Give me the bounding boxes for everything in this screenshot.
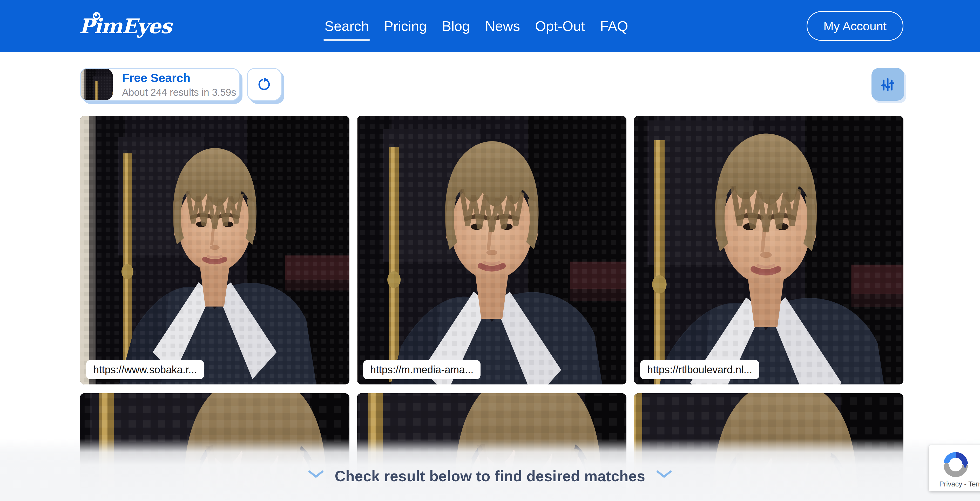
nav-blog[interactable]: Blog — [442, 18, 470, 34]
recaptcha-badge[interactable]: Privacy - Terms — [929, 445, 980, 491]
pixelated-face-photo — [634, 116, 904, 385]
pixelated-face-photo — [357, 116, 627, 385]
search-summary-title: Free Search — [122, 71, 236, 85]
nav-search[interactable]: Search — [325, 18, 369, 34]
logo-eye-icon — [93, 12, 100, 20]
header: PimEyes Search Pricing Blog News Opt-Out… — [0, 0, 980, 52]
result-tile[interactable]: https://m.media-ama... — [357, 116, 627, 385]
search-summary-card[interactable]: Free Search About 244 results in 3.59s — [80, 68, 240, 101]
recaptcha-icon — [941, 449, 970, 479]
result-tile[interactable]: https://www.sobaka.r... — [80, 116, 349, 385]
refresh-icon — [256, 76, 272, 92]
logo[interactable]: PimEyes — [79, 14, 171, 38]
sliders-icon — [880, 76, 896, 93]
result-photo — [634, 116, 904, 385]
nav-faq[interactable]: FAQ — [600, 18, 628, 34]
recaptcha-privacy-terms[interactable]: Privacy - Terms — [939, 480, 980, 488]
scroll-hint-overlay: Check result below to find desired match… — [0, 439, 980, 501]
result-url-chip[interactable]: https://m.media-ama... — [363, 360, 480, 379]
chevron-down-icon[interactable] — [656, 470, 672, 479]
chevron-down-icon[interactable] — [308, 470, 324, 479]
filters-button[interactable] — [872, 68, 904, 101]
search-summary-text: Free Search About 244 results in 3.59s — [113, 71, 236, 98]
search-summary-subtitle: About 244 results in 3.59s — [122, 87, 236, 98]
result-tile[interactable]: https://rtlboulevard.nl... — [634, 116, 904, 385]
scroll-hint-row: Check result below to find desired match… — [0, 466, 980, 483]
my-account-button[interactable]: My Account — [807, 11, 904, 41]
main-nav: Search Pricing Blog News Opt-Out FAQ — [325, 0, 628, 52]
pixelated-face-photo — [80, 116, 349, 385]
nav-opt-out[interactable]: Opt-Out — [535, 18, 585, 34]
nav-news[interactable]: News — [485, 18, 520, 34]
result-url-chip[interactable]: https://www.sobaka.r... — [86, 360, 204, 379]
result-photo — [357, 116, 627, 385]
pixelated-face-photo — [81, 69, 113, 100]
nav-pricing[interactable]: Pricing — [384, 18, 427, 34]
scroll-hint-text: Check result below to find desired match… — [335, 468, 645, 485]
result-url-chip[interactable]: https://rtlboulevard.nl... — [640, 360, 759, 379]
query-image-thumbnail — [81, 69, 113, 100]
result-photo — [80, 116, 349, 385]
refresh-button[interactable] — [247, 68, 282, 101]
